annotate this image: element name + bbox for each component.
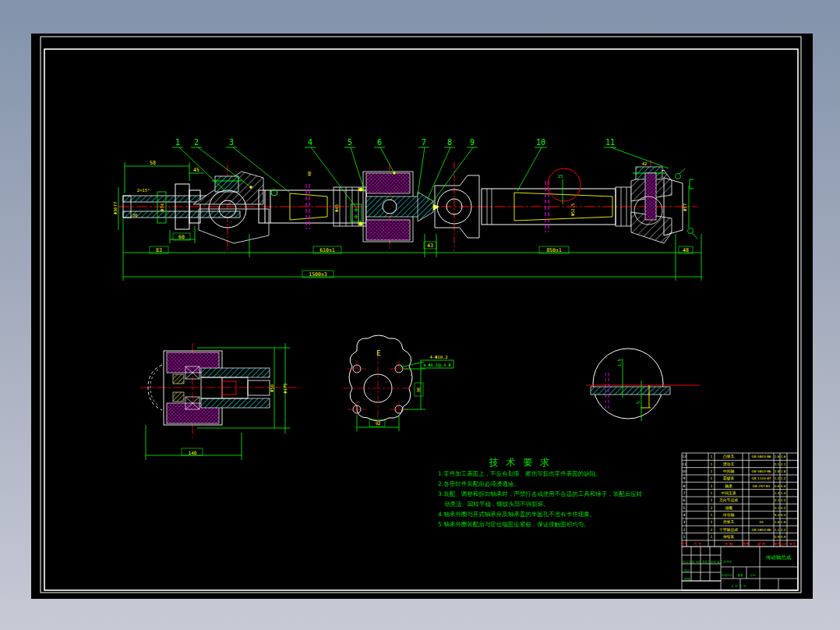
bom-unit-weight: 1.4	[775, 491, 780, 495]
bom-name: 滑动叉	[723, 462, 735, 466]
bom-header: 代 号	[693, 542, 702, 546]
bom-qty: 1	[711, 462, 713, 466]
dim-phi175: Φ175	[283, 383, 288, 393]
bom-total-weight: 5.0	[781, 513, 786, 517]
dim-phi52: Φ52.5	[570, 204, 575, 217]
bom-name: 突缘叉	[723, 519, 735, 524]
bom-qty: 1	[711, 513, 713, 517]
sheet-count-label: 共 张 第 张	[731, 584, 746, 588]
bom-seq: 11	[682, 462, 686, 466]
drawing-title: 传动轴总成	[766, 554, 792, 561]
bom-total-weight: 1.6	[781, 520, 786, 524]
check-label: 校核	[683, 577, 690, 581]
dim-48-vert: 48	[307, 172, 312, 177]
bom-total-weight: 2.2	[781, 528, 786, 532]
tech-req-line-2: 2.各密封件装配前必须浸透油。	[438, 480, 520, 487]
weight-label: 重量	[737, 573, 743, 577]
bom-name: 伸缩套	[723, 534, 735, 540]
dim-60: 60	[178, 234, 185, 240]
tech-req-line-4: 动灵活、回转平稳，螺纹头部不得损坏。	[444, 501, 549, 508]
revision-row-labels: 标记 处数 分区 更改文件号 签名 年月日	[682, 560, 732, 564]
bom-total-weight: 1.4	[781, 491, 786, 495]
dim-96: 96	[416, 388, 421, 393]
bom-seq: 4	[683, 513, 686, 517]
dim-chamfer: 2×15°	[137, 188, 150, 193]
dim-45: 45	[193, 167, 199, 173]
section-bracket-mark	[690, 179, 694, 189]
dim-850: 850±1	[546, 247, 562, 253]
bom-header: 材 料	[757, 542, 766, 547]
bom-total-weight: 0.2	[781, 506, 786, 510]
dim-phi50: Φ50	[270, 384, 274, 392]
bom-seq: 6	[683, 498, 686, 502]
balloon-4: 4	[308, 138, 312, 147]
bom-standard: GB 5843-86	[752, 469, 771, 473]
balloon-1: 1	[175, 138, 180, 147]
sheet-border	[41, 37, 801, 593]
dim-phi57: Φ57	[683, 204, 687, 211]
dim-boxes	[150, 233, 693, 455]
bom-name: 传动轴	[722, 513, 735, 518]
titleblock-texts: 传动轴总成 标记 处数 分区 更改文件号 签名 年月日 设计 校核 阶段标记 重…	[682, 554, 792, 588]
bom-unit-weight: 2.2	[775, 498, 780, 502]
bom-name: 十字轴总成	[719, 527, 738, 533]
balloon-6: 6	[377, 138, 382, 147]
dim-83: 83	[156, 247, 162, 253]
bom-seq: 2	[683, 528, 686, 532]
bom-unit-weight: 0.1	[775, 506, 780, 510]
tech-req-title: 技 术 要 求	[489, 457, 552, 468]
bom-qty: 1	[711, 491, 713, 495]
design-label: 设计	[684, 568, 690, 572]
dim-140: 140	[189, 450, 197, 455]
bom-name: 万向节总成	[718, 498, 738, 502]
flange-hole-callout: 4-Φ10.2	[429, 355, 447, 359]
bom-total-weight: 0.9	[781, 535, 786, 539]
dim-5: 5	[636, 402, 641, 404]
technical-requirements: 技 术 要 求 1.零件加工表面上，不应有划痕、擦伤等损伤零件表面的缺陷。 2.…	[438, 457, 643, 528]
flange-gdt-frame: ⊕ Φ0.2Ⓜ A B	[423, 363, 450, 367]
bom-unit-weight: 5.0	[775, 513, 780, 517]
bom-header: 备注	[789, 542, 796, 546]
cad-viewer-stage: 1 2 3 4 5 6 7 8 9 10 11 58 45 2×15	[0, 0, 840, 630]
bom-standard: GB 5843-86	[752, 455, 771, 458]
bom-unit-weight: 2.1	[775, 462, 780, 466]
bom-standard: 45	[759, 520, 764, 524]
bom-seq: 3	[683, 520, 686, 524]
bom-qty: 1	[711, 535, 713, 539]
balloon-5: 5	[348, 138, 352, 147]
bom-qty: 1	[711, 469, 713, 473]
balloon-10: 10	[536, 138, 545, 147]
bom-name: 中间轴	[723, 469, 735, 474]
bom-unit-weight: 1.1	[775, 528, 780, 532]
tech-req-line-5: 4.轴承外圈与开式轴承座及轴承盖的半圆孔不准有卡住现象。	[438, 511, 595, 518]
dim-total-1500: 1500±3	[309, 271, 327, 278]
parts-list-and-titleblock: 121凸缘叉GB 5843-861.61.6111滑动叉2.12.1101中间轴…	[681, 453, 798, 590]
dim-58: 58	[150, 160, 156, 166]
dim-42: 42	[642, 161, 648, 166]
bom-standard: GB 297-84	[753, 484, 771, 488]
tech-req-line-6: 5.轴承外圈装配后与定位端面应紧贴，保证接触面积均匀。	[438, 521, 590, 528]
dim-43: 43	[427, 242, 433, 249]
bom-name: 花键套	[723, 476, 735, 481]
bom-name: 轴承	[725, 483, 732, 489]
bom-name: 中间支承	[721, 490, 736, 496]
bom-standard: GB 1144-87	[752, 476, 771, 480]
bom-unit-weight: 1.8	[775, 469, 780, 473]
bom-unit-weight: 0.6	[775, 484, 780, 488]
balloon-9: 9	[470, 138, 475, 147]
bom-total-weight: 1.6	[781, 455, 786, 458]
stage-mark-label: 阶段标记	[722, 573, 733, 577]
bom-unit-weight: 0.9	[775, 535, 780, 539]
bom-seq: 10	[682, 469, 686, 473]
bom-qty: 1	[711, 455, 713, 458]
dim-48-chain: 48	[683, 247, 689, 253]
main-assembly-view	[118, 160, 701, 281]
tech-req-line-3: 3.装配、调整和拆卸轴承时，严禁打击或使用不合适的工具和锤子，装配后应转	[438, 490, 643, 497]
balloon-3: 3	[229, 138, 234, 147]
bom-total-weight: 1.2	[781, 476, 786, 480]
dim-15: 15	[558, 174, 563, 179]
bom-header: 总计	[779, 542, 787, 546]
balloon-2: 2	[194, 138, 199, 147]
bom-qty: 1	[711, 498, 713, 502]
bom-unit-weight: 1.6	[775, 520, 780, 524]
